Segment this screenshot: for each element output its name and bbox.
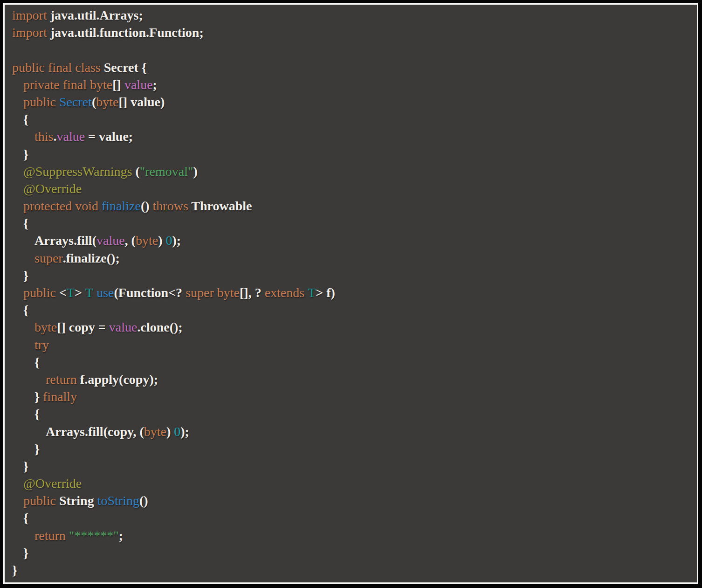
code-token: try — [34, 338, 49, 352]
code-line: return "******"; — [12, 527, 693, 544]
code-token: 0 — [165, 233, 172, 248]
code-token: byte — [136, 233, 158, 248]
code-token: } — [23, 459, 28, 473]
code-token: super — [186, 285, 214, 300]
code-token: byte — [96, 95, 118, 109]
code-token: } — [23, 546, 28, 560]
code-token: "removal" — [140, 164, 193, 179]
code-token: T — [85, 285, 93, 300]
code-token: [], ? — [240, 285, 265, 300]
code-token: extends — [265, 285, 305, 300]
code-token: @Override — [23, 181, 82, 196]
code-token: } — [34, 389, 43, 404]
code-token: return — [46, 372, 77, 387]
code-line: super.finalize(); — [12, 249, 693, 267]
code-line: import java.util.function.Function; — [12, 24, 693, 41]
code-token: = value; — [85, 129, 133, 144]
code-token: String — [59, 493, 97, 508]
code-token: Arrays.fill( — [34, 233, 96, 248]
code-token: () — [139, 493, 148, 508]
code-token: protected void — [23, 199, 102, 213]
code-line — [12, 41, 693, 58]
code-line: { — [12, 111, 693, 128]
code-token: "******" — [69, 528, 119, 543]
code-line: private final byte[] value; — [12, 76, 693, 93]
code-token: byte — [217, 285, 240, 300]
code-token: public — [23, 493, 59, 508]
code-line: protected void finalize() throws Throwab… — [12, 197, 693, 214]
code-token: [] value) — [119, 95, 165, 109]
code-token: ) — [193, 164, 197, 179]
code-token: T — [308, 285, 316, 300]
code-line: { — [12, 509, 693, 526]
code-token: > f) — [316, 285, 335, 300]
code-token: throws — [153, 199, 188, 213]
code-token: T — [67, 285, 75, 300]
code-token: { — [23, 303, 28, 317]
code-line: import java.util.Arrays; — [12, 7, 693, 24]
code-token: finalize — [102, 199, 141, 213]
code-line: public <T> T use(Function<? super byte[]… — [12, 284, 693, 301]
code-token: () — [141, 199, 153, 213]
code-token: java.util.Arrays; — [47, 8, 143, 22]
code-line: } — [12, 145, 693, 163]
code-token: value — [96, 233, 125, 248]
code-line: public String toString() — [12, 492, 693, 509]
code-token: { — [23, 216, 28, 230]
code-token: ; — [153, 77, 157, 92]
code-token: Secret — [59, 95, 92, 109]
code-token: (Function<? — [114, 285, 186, 300]
code-token: this — [34, 129, 53, 144]
code-token: [] — [112, 77, 124, 92]
code-token: ( — [132, 164, 140, 179]
code-token: toString — [97, 493, 139, 508]
code-token: { — [23, 511, 28, 525]
code-token: java.util.function.Function; — [47, 25, 204, 40]
code-listing-frame: import java.util.Arrays;import java.util… — [3, 3, 698, 584]
code-token: Throwable — [188, 199, 252, 213]
code-token: Secret { — [101, 60, 147, 75]
code-token: @Override — [23, 476, 82, 491]
code-line: @Override — [12, 475, 693, 492]
code-token: finally — [43, 389, 77, 404]
code-token: ; — [119, 528, 123, 543]
code-token: } — [23, 147, 28, 161]
code-token: [] copy = — [57, 320, 109, 334]
code-token: byte — [144, 424, 166, 439]
code-token: value — [109, 320, 138, 334]
code-token: , ( — [125, 233, 136, 248]
code-token: public — [23, 95, 59, 109]
code-token — [214, 285, 217, 300]
code-token: ); — [180, 424, 189, 439]
code-editor: import java.util.Arrays;import java.util… — [5, 5, 697, 582]
code-token: ) — [166, 424, 174, 439]
code-line: public final class Secret { — [12, 59, 693, 76]
code-line: } — [12, 440, 693, 457]
code-token: ) — [158, 233, 165, 248]
code-token: } — [34, 442, 40, 456]
code-line: public Secret(byte[] value) — [12, 93, 693, 111]
code-token: ); — [172, 233, 181, 248]
code-token: } — [23, 268, 28, 283]
code-token: return — [34, 528, 69, 543]
code-line: Arrays.fill(copy, (byte) 0); — [12, 423, 693, 440]
code-line: } — [12, 457, 693, 475]
code-line: { — [12, 405, 693, 422]
code-token: < — [59, 285, 67, 300]
code-line: { — [12, 214, 693, 232]
code-token: super — [34, 251, 63, 265]
code-token: value — [124, 77, 153, 92]
code-token: public final class — [12, 60, 101, 75]
code-line: return f.apply(copy); — [12, 371, 693, 388]
code-line: Arrays.fill(value, (byte) 0); — [12, 232, 693, 249]
code-token: f.apply(copy); — [77, 372, 158, 387]
code-token: .clone(); — [137, 320, 182, 334]
code-token: > — [75, 285, 85, 300]
code-line: { — [12, 353, 693, 371]
code-line: } — [12, 561, 693, 579]
code-line: } — [12, 267, 693, 284]
code-token: public — [23, 285, 59, 300]
code-token: { — [34, 355, 40, 369]
code-token: } — [12, 563, 17, 577]
code-line: } — [12, 544, 693, 561]
